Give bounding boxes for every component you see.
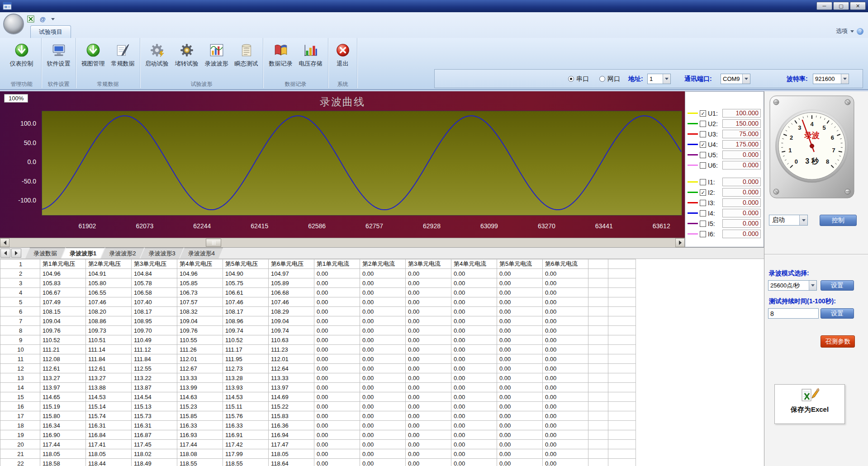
table-cell[interactable]: 0.00 <box>360 269 406 278</box>
table-cell[interactable]: 0.00 <box>497 345 543 354</box>
table-cell[interactable]: 0.00 <box>451 335 497 345</box>
table-cell[interactable]: 0.00 <box>360 383 406 392</box>
table-cell[interactable]: 0.00 <box>451 373 497 383</box>
table-cell[interactable]: 108.20 <box>86 307 132 316</box>
table-cell[interactable]: 0.00 <box>451 421 497 430</box>
sheet-tab-录波波形1[interactable]: 录波波形1 <box>62 248 104 259</box>
table-cell[interactable]: 114.53 <box>86 392 132 402</box>
table-cell[interactable]: 0.00 <box>543 364 588 373</box>
table-cell[interactable]: 106.61 <box>223 288 269 297</box>
channel-checkbox-i1[interactable] <box>700 179 706 185</box>
start-mode-select[interactable]: 启动 <box>769 215 808 226</box>
table-cell[interactable]: 117.41 <box>86 440 132 449</box>
table-cell[interactable]: 112.08 <box>40 354 86 364</box>
table-cell[interactable]: 0.00 <box>406 345 451 354</box>
table-cell[interactable]: 0.00 <box>360 411 406 421</box>
table-cell[interactable]: 0.00 <box>451 297 497 307</box>
table-cell[interactable]: 110.51 <box>86 335 132 345</box>
table-cell[interactable]: 114.54 <box>132 392 177 402</box>
table-cell[interactable]: 110.55 <box>177 335 223 345</box>
table-cell[interactable]: 0.00 <box>497 421 543 430</box>
table-cell[interactable]: 112.64 <box>269 364 314 373</box>
table-cell[interactable]: 0.00 <box>360 278 406 288</box>
table-cell[interactable]: 0.00 <box>314 297 360 307</box>
table-cell[interactable]: 104.84 <box>132 269 177 278</box>
address-select[interactable]: 1 <box>647 74 671 84</box>
table-cell[interactable]: 0.00 <box>497 440 543 449</box>
table-cell[interactable]: 0.00 <box>314 288 360 297</box>
table-cell[interactable]: 0.00 <box>314 440 360 449</box>
table-cell[interactable]: 0.00 <box>314 345 360 354</box>
table-cell[interactable]: 0.00 <box>543 288 588 297</box>
table-cell[interactable]: 108.95 <box>132 316 177 326</box>
table-cell[interactable]: 111.84 <box>86 354 132 364</box>
table-cell[interactable]: 0.00 <box>406 316 451 326</box>
table-cell[interactable]: 0.00 <box>543 269 588 278</box>
table-cell[interactable]: 105.85 <box>177 278 223 288</box>
table-cell[interactable]: 0.00 <box>406 459 451 466</box>
start-test-button[interactable]: 启动试验 <box>142 40 172 69</box>
table-cell[interactable]: 115.85 <box>177 411 223 421</box>
instrument-control-button[interactable]: 仪表控制 <box>7 40 37 69</box>
column-header[interactable]: 第5单元电流 <box>497 259 543 269</box>
channel-checkbox-i3[interactable] <box>700 200 706 206</box>
table-cell[interactable]: 111.12 <box>132 345 177 354</box>
control-button[interactable]: 控制 <box>820 215 857 226</box>
table-cell[interactable]: 108.17 <box>132 307 177 316</box>
table-cell[interactable]: 104.96 <box>177 269 223 278</box>
table-cell[interactable]: 0.00 <box>451 459 497 466</box>
table-cell[interactable]: 111.23 <box>269 345 314 354</box>
column-header[interactable]: 第2单元电压 <box>86 259 132 269</box>
table-cell[interactable]: 0.00 <box>543 440 588 449</box>
regular-data-button[interactable]: 常规数据 <box>108 40 138 69</box>
duration-set-button[interactable]: 设置 <box>821 308 854 319</box>
channel-checkbox-i4[interactable] <box>700 210 706 217</box>
maximize-button[interactable]: ▢ <box>833 2 849 10</box>
channel-checkbox-u3[interactable] <box>700 131 706 137</box>
table-cell[interactable]: 0.00 <box>360 345 406 354</box>
application-menu-orb[interactable] <box>3 14 24 34</box>
channel-checkbox-u6[interactable] <box>700 162 706 169</box>
table-cell[interactable]: 116.31 <box>86 421 132 430</box>
column-header[interactable]: 第5单元电压 <box>223 259 269 269</box>
table-cell[interactable]: 0.00 <box>451 316 497 326</box>
table-cell[interactable]: 116.33 <box>177 421 223 430</box>
table-cell[interactable]: 106.68 <box>269 288 314 297</box>
table-cell[interactable]: 0.00 <box>543 421 588 430</box>
table-cell[interactable]: 0.00 <box>497 459 543 466</box>
table-cell[interactable]: 110.52 <box>40 335 86 345</box>
table-cell[interactable]: 0.00 <box>406 402 451 411</box>
table-cell[interactable]: 0.00 <box>314 402 360 411</box>
table-cell[interactable]: 0.00 <box>360 354 406 364</box>
table-cell[interactable]: 0.00 <box>314 411 360 421</box>
table-cell[interactable]: 0.00 <box>497 402 543 411</box>
software-settings-button[interactable]: 软件设置 <box>44 40 74 69</box>
table-cell[interactable]: 0.00 <box>497 269 543 278</box>
table-cell[interactable]: 0.00 <box>543 345 588 354</box>
table-cell[interactable]: 107.57 <box>177 297 223 307</box>
table-cell[interactable]: 0.00 <box>314 364 360 373</box>
table-cell[interactable]: 116.33 <box>223 421 269 430</box>
channel-checkbox-u5[interactable] <box>700 152 706 158</box>
table-cell[interactable]: 109.74 <box>223 326 269 335</box>
table-cell[interactable]: 112.01 <box>177 354 223 364</box>
table-cell[interactable]: 0.00 <box>451 269 497 278</box>
table-cell[interactable]: 0.00 <box>543 373 588 383</box>
table-cell[interactable]: 114.69 <box>269 392 314 402</box>
table-cell[interactable]: 0.00 <box>314 335 360 345</box>
table-cell[interactable]: 113.22 <box>132 373 177 383</box>
table-cell[interactable]: 0.00 <box>543 316 588 326</box>
column-header[interactable]: 第2单元电流 <box>360 259 406 269</box>
sheet-tab-录波数据[interactable]: 录波数据 <box>25 248 65 259</box>
table-cell[interactable]: 106.58 <box>132 288 177 297</box>
voltage-storage-button[interactable]: 电压存储 <box>296 40 326 69</box>
tab-test-project[interactable]: 试验项目 <box>30 25 71 38</box>
table-cell[interactable]: 0.00 <box>406 411 451 421</box>
table-cell[interactable]: 116.34 <box>40 421 86 430</box>
record-mode-set-button[interactable]: 设置 <box>821 280 854 291</box>
table-cell[interactable]: 0.00 <box>497 430 543 440</box>
table-cell[interactable]: 0.00 <box>497 297 543 307</box>
column-header[interactable]: 第3单元电流 <box>406 259 451 269</box>
table-cell[interactable]: 118.44 <box>86 459 132 466</box>
table-cell[interactable]: 0.00 <box>360 326 406 335</box>
